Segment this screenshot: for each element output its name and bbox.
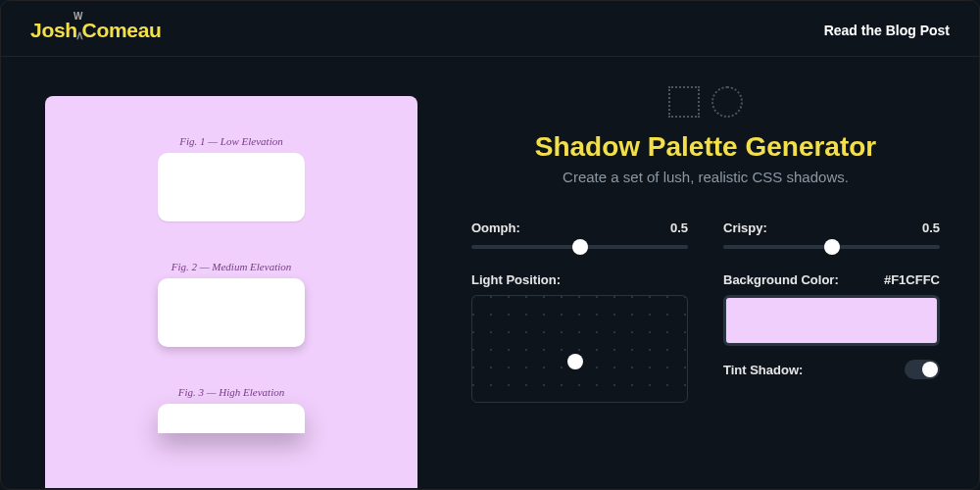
- oomph-slider-group: Oomph: 0.5: [471, 220, 688, 249]
- blog-post-link[interactable]: Read the Blog Post: [824, 23, 950, 38]
- tint-toggle-knob[interactable]: [922, 362, 938, 377]
- logo-last: Comeau: [82, 19, 162, 41]
- page-title: Shadow Palette Generator: [471, 131, 940, 163]
- caret-icon: ∧: [75, 28, 84, 42]
- logo[interactable]: W Josh∧Comeau: [30, 19, 162, 42]
- sliders-row: Oomph: 0.5 Crispy: 0.5: [471, 220, 940, 249]
- tint-label: Tint Shadow:: [723, 363, 803, 377]
- fig-label-medium: Fig. 2 — Medium Elevation: [172, 261, 292, 272]
- crispy-slider-group: Crispy: 0.5: [723, 220, 940, 249]
- fig-low: Fig. 1 — Low Elevation: [158, 135, 305, 221]
- preview-card-high: [158, 404, 305, 433]
- controls-pane: Shadow Palette Generator Create a set of…: [432, 57, 979, 488]
- logo-first: Josh: [30, 19, 77, 41]
- shape-toggle-group: [471, 86, 940, 118]
- light-label: Light Position:: [471, 272, 561, 287]
- header: W Josh∧Comeau Read the Blog Post: [1, 1, 979, 57]
- bgcolor-label: Background Color:: [723, 272, 839, 287]
- main: Fig. 1 — Low Elevation Fig. 2 — Medium E…: [1, 57, 979, 488]
- preview-pane: Fig. 1 — Low Elevation Fig. 2 — Medium E…: [1, 57, 432, 488]
- crispy-label: Crispy:: [723, 220, 767, 235]
- page-subtitle: Create a set of lush, realistic CSS shad…: [471, 169, 940, 185]
- fig-label-low: Fig. 1 — Low Elevation: [179, 135, 282, 147]
- light-position-dot[interactable]: [567, 354, 583, 369]
- preview-card-low: [158, 153, 305, 221]
- light-position-pad[interactable]: [471, 295, 688, 403]
- crispy-thumb[interactable]: [824, 239, 840, 255]
- oomph-value: 0.5: [670, 220, 688, 235]
- logo-w: W: [74, 11, 82, 22]
- shape-circle-icon[interactable]: [711, 86, 743, 118]
- shape-square-icon[interactable]: [668, 86, 700, 118]
- bgcolor-value: #F1CFFC: [884, 272, 940, 287]
- oomph-thumb[interactable]: [572, 239, 588, 255]
- fig-medium: Fig. 2 — Medium Elevation: [158, 261, 305, 347]
- crispy-value: 0.5: [922, 220, 940, 235]
- preview-card-medium: [158, 278, 305, 347]
- bottom-row: Light Position: Background Color: #F1CFF…: [471, 272, 940, 403]
- tint-row: Tint Shadow:: [723, 360, 940, 379]
- bgcolor-group: Background Color: #F1CFFC Tint Shadow:: [723, 272, 940, 403]
- light-position-group: Light Position:: [471, 272, 688, 403]
- oomph-slider[interactable]: [471, 245, 688, 249]
- fig-high: Fig. 3 — High Elevation: [158, 386, 305, 433]
- fig-label-high: Fig. 3 — High Elevation: [178, 386, 284, 398]
- bgcolor-swatch[interactable]: [723, 295, 940, 346]
- preview-canvas: Fig. 1 — Low Elevation Fig. 2 — Medium E…: [45, 96, 417, 488]
- crispy-slider[interactable]: [723, 245, 940, 249]
- tint-toggle[interactable]: [905, 360, 940, 379]
- oomph-label: Oomph:: [471, 220, 520, 235]
